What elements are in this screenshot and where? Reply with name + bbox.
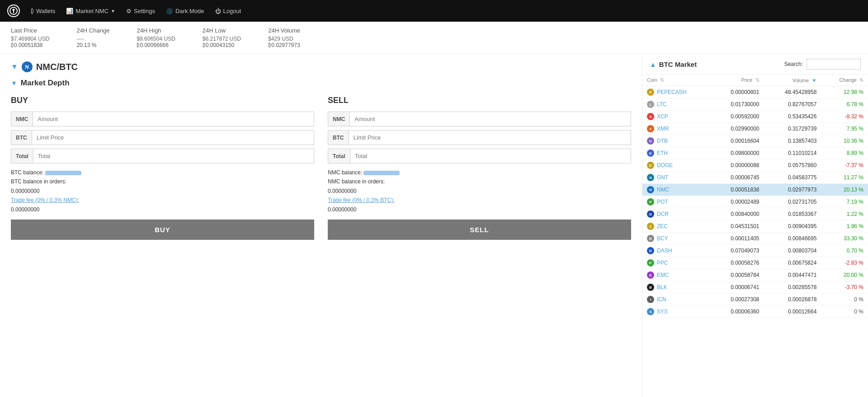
topnav: ₿ Wallets 📊 Market NMC ▼ ⚙ Settings 🌑 Da…	[0, 0, 868, 22]
sell-amount-input[interactable]	[350, 112, 631, 126]
coin-cell-gnt: G GNT	[642, 172, 711, 184]
sell-balance-bar	[363, 171, 400, 175]
change-sort-icon: ⇅	[859, 77, 863, 83]
coin-row-dcr[interactable]: D DCR 0.00840000 0.01853367 1.22 %	[642, 208, 868, 220]
logout-link[interactable]: ⏻ Logout	[215, 8, 241, 14]
darkmode-link[interactable]: 🌑 Dark Mode	[166, 8, 204, 14]
coin-icon-xmr: X	[647, 125, 654, 132]
coin-row-ltc[interactable]: L LTC 0.01730000 0.82767057 6.78 %	[642, 98, 868, 111]
coin-row-zec[interactable]: Z ZEC 0.04531501 0.00904395 1.96 %	[642, 220, 868, 233]
main-layout: ▼ N NMC/BTC ▼ Market Depth BUY NMC BTC	[0, 54, 868, 397]
coin-icon-pot: P	[647, 198, 654, 206]
coin-symbol-gnt: GNT	[657, 174, 668, 181]
pair-title: ▼ N NMC/BTC	[11, 61, 631, 72]
col-coin[interactable]: Coin ⇅	[642, 75, 711, 86]
stat-24h-low: 24H Low $6.217872 USD ₿0.00043150	[203, 27, 241, 48]
coin-row-nmc[interactable]: N NMC 0.00051838 0.02977973 20.13 %	[642, 184, 868, 196]
coin-price-dtb: 0.00016604	[711, 135, 764, 147]
chevron-down-icon: ▼	[111, 9, 115, 14]
coin-icon-dcr: D	[647, 210, 654, 218]
buy-button[interactable]: BUY	[11, 220, 314, 240]
coin-icon-dtb: D	[647, 137, 654, 145]
buy-balance-bar	[45, 171, 81, 175]
coin-cell-zec: Z ZEC	[642, 220, 711, 233]
coin-row-sys[interactable]: S SYS 0.00006360 0.00012664 0 %	[642, 306, 868, 318]
sell-limit-price-input[interactable]	[349, 131, 631, 145]
coin-row-ppc[interactable]: P PPC 0.00058276 0.00675824 -2.83 %	[642, 257, 868, 269]
coin-row-doge[interactable]: D DOGE 0.00000088 0.05757860 -7.37 %	[642, 159, 868, 172]
coin-row-icn[interactable]: I ICN 0.00027308 0.00026878 0 %	[642, 294, 868, 306]
coin-row-gnt[interactable]: G GNT 0.00006745 0.04583775 11.27 %	[642, 172, 868, 184]
stat-24h-change: 24H Change ---- 20.13 %	[76, 27, 109, 48]
coin-change-bcy: 33.30 %	[821, 233, 868, 245]
buy-total-input[interactable]	[33, 149, 314, 163]
coin-price-nmc: 0.00051838	[711, 184, 764, 196]
coin-row-xmr[interactable]: X XMR 0.02990000 0.31729739 7.95 %	[642, 123, 868, 135]
coin-price-ltc: 0.01730000	[711, 98, 764, 111]
settings-link[interactable]: ⚙ Settings	[126, 8, 155, 14]
coin-cell-eth: E ETH	[642, 147, 711, 159]
coin-row-pepecash[interactable]: P PEPECASH 0.00000801 48.45428958 12.98 …	[642, 86, 868, 98]
sell-total-row: Total	[328, 149, 631, 163]
coin-price-emc: 0.00058784	[711, 269, 764, 281]
coin-volume-doge: 0.05757860	[764, 159, 821, 172]
buy-limit-price-input[interactable]	[32, 131, 314, 145]
coin-change-icn: 0 %	[821, 294, 868, 306]
coin-change-blk: -3.70 %	[821, 281, 868, 294]
stats-bar: Last Price $7.469804 USD ₿0.00051838 24H…	[0, 22, 868, 54]
coin-row-blk[interactable]: B BLK 0.00006741 0.00285578 -3.70 %	[642, 281, 868, 294]
gear-icon: ⚙	[126, 8, 132, 14]
col-volume[interactable]: Volume ▼	[764, 75, 821, 86]
coin-volume-ppc: 0.00675824	[764, 257, 821, 269]
coin-row-xcp[interactable]: X XCP 0.00592000 0.53435426 -8.32 %	[642, 111, 868, 123]
market-table-wrapper: Coin ⇅ Price ⇅ Volume ▼ Change	[642, 75, 868, 397]
market-search-input[interactable]	[807, 59, 861, 70]
coin-volume-ltc: 0.82767057	[764, 98, 821, 111]
coin-row-dtb[interactable]: D DTB 0.00016604 0.13857403 10.36 %	[642, 135, 868, 147]
logo-icon	[7, 5, 20, 17]
buy-trade-fee-link[interactable]: Trade fee (0% / 0.3% NMC):	[11, 197, 79, 203]
buy-btc-prefix: BTC	[11, 131, 32, 145]
buy-total-prefix: Total	[11, 149, 33, 163]
col-change[interactable]: Change ⇅	[821, 75, 868, 86]
coin-volume-pot: 0.02731705	[764, 196, 821, 208]
coin-row-dash[interactable]: D DASH 0.07049073 0.00803704 0.70 %	[642, 245, 868, 257]
coin-row-bcy[interactable]: B BCY 0.00011405 0.00846695 33.30 %	[642, 233, 868, 245]
coin-change-ppc: -2.83 %	[821, 257, 868, 269]
coin-row-pot[interactable]: P POT 0.00002489 0.02731705 7.19 %	[642, 196, 868, 208]
coin-price-blk: 0.00006741	[711, 281, 764, 294]
coin-row-eth[interactable]: E ETH 0.09800000 0.11010214 8.89 %	[642, 147, 868, 159]
coin-volume-icn: 0.00026878	[764, 294, 821, 306]
wallets-link[interactable]: ₿ Wallets	[31, 8, 55, 14]
chart-icon: 📊	[66, 8, 73, 14]
buy-amount-input[interactable]	[33, 112, 314, 126]
coin-symbol-sys: SYS	[657, 308, 668, 315]
sell-total-input[interactable]	[350, 149, 631, 163]
coin-price-pot: 0.00002489	[711, 196, 764, 208]
coin-symbol-bcy: BCY	[657, 235, 668, 242]
market-link[interactable]: 📊 Market NMC ▼	[66, 8, 115, 14]
trading-panel: ▼ N NMC/BTC ▼ Market Depth BUY NMC BTC	[0, 54, 642, 397]
buy-panel: BUY NMC BTC Total BTC balance: BTC balan…	[11, 96, 314, 240]
price-sort-icon: ⇅	[755, 77, 760, 83]
coin-symbol-emc: EMC	[657, 272, 669, 278]
coin-symbol-eth: ETH	[657, 150, 668, 156]
coin-change-eth: 8.89 %	[821, 147, 868, 159]
depth-chevron-icon: ▼	[11, 79, 17, 87]
coin-symbol-pepecash: PEPECASH	[657, 89, 686, 95]
coin-row-emc[interactable]: E EMC 0.00058784 0.00447471 20.00 %	[642, 269, 868, 281]
coin-volume-nmc: 0.02977973	[764, 184, 821, 196]
coin-change-sys: 0 %	[821, 306, 868, 318]
sell-balance-info: NMC balance: NMC balance in orders: 0.00…	[328, 168, 631, 214]
coin-icon-xcp: X	[647, 113, 654, 120]
stat-24h-high: 24H High $9.606504 USD ₿0.00066666	[137, 27, 175, 48]
coin-icon-blk: B	[647, 284, 654, 291]
sell-button[interactable]: SELL	[328, 220, 631, 240]
coin-change-pepecash: 12.98 %	[821, 86, 868, 98]
coin-cell-sys: S SYS	[642, 306, 711, 318]
coin-change-nmc: 20.13 %	[821, 184, 868, 196]
coin-volume-dtb: 0.13857403	[764, 135, 821, 147]
coin-price-eth: 0.09800000	[711, 147, 764, 159]
col-price[interactable]: Price ⇅	[711, 75, 764, 86]
sell-trade-fee-link[interactable]: Trade fee (0% / 0.3% BTC):	[328, 197, 395, 203]
